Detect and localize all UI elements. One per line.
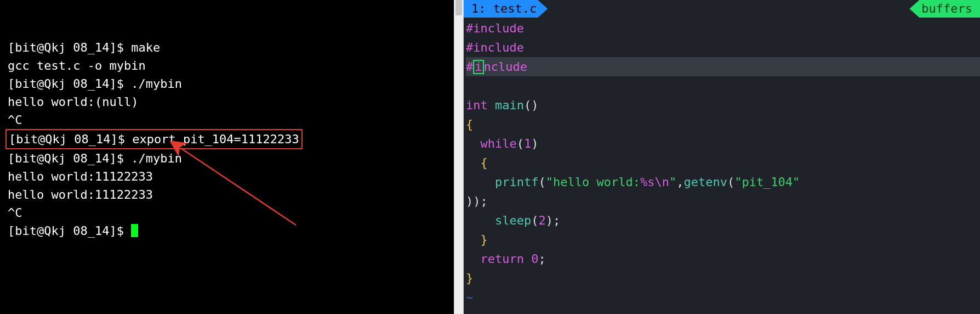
terminal-cursor: [131, 224, 138, 237]
shell-prompt: [bit@Qkj 08_14]$: [8, 77, 131, 91]
code-line: sleep(2);: [466, 211, 980, 230]
code-line: }: [466, 230, 980, 249]
terminal-command-line: [bit@Qkj 08_14]$ ./mybin: [8, 75, 454, 93]
code-line: {: [466, 115, 980, 134]
buffers-label: buffers: [921, 2, 972, 15]
terminal-command-line: [bit@Qkj 08_14]$ export pit_104=11122233: [8, 129, 454, 149]
terminal-scrollbar[interactable]: [454, 0, 464, 314]
highlighted-command: [bit@Qkj 08_14]$ export pit_104=11122233: [5, 129, 303, 149]
code-body[interactable]: #include #include #include int main(){ w…: [464, 18, 980, 307]
tab-label: 1: test.c: [471, 2, 537, 15]
terminal-command-line: [bit@Qkj 08_14]$ make: [8, 38, 454, 57]
terminal-output-line: gcc test.c -o mybin: [8, 57, 454, 75]
root: [bit@Qkj 08_14]$ makegcc test.c -o mybin…: [0, 0, 980, 314]
editor-pane[interactable]: 1: test.c buffers #include #include #inc…: [464, 0, 980, 314]
buffers-badge[interactable]: buffers: [909, 0, 980, 18]
terminal-command-line: [bit@Qkj 08_14]$ ./mybin: [8, 149, 454, 167]
code-line: int main(): [466, 96, 980, 115]
terminal-output-line: ^C: [8, 204, 454, 222]
code-line: }: [466, 268, 980, 288]
terminal-output-line: hello world:11122233: [8, 167, 454, 186]
scrollbar-thumb[interactable]: [455, 0, 462, 15]
code-line: return 0;: [466, 249, 980, 268]
shell-prompt: [bit@Qkj 08_14]$: [9, 132, 132, 146]
shell-prompt: [bit@Qkj 08_14]$: [8, 224, 131, 238]
editor-cursor: i: [473, 60, 483, 74]
code-line: #include: [466, 38, 980, 57]
code-line: while(1): [466, 134, 980, 153]
code-line: #include: [466, 57, 980, 76]
terminal-command-line: [bit@Qkj 08_14]$: [8, 222, 454, 240]
empty-line-tilde: ~: [466, 288, 980, 307]
code-line: [466, 76, 980, 96]
shell-prompt: [bit@Qkj 08_14]$: [8, 152, 131, 165]
tab-bar: 1: test.c buffers: [464, 0, 980, 18]
terminal-output-line: ^C: [8, 111, 454, 129]
terminal-output-line: hello world:(null): [8, 93, 454, 111]
code-line: {: [466, 153, 980, 172]
tab-test-c[interactable]: 1: test.c: [464, 0, 548, 18]
terminal-pane[interactable]: [bit@Qkj 08_14]$ makegcc test.c -o mybin…: [0, 0, 454, 314]
code-line: printf("hello world:%s\n",getenv("pit_10…: [466, 172, 980, 192]
shell-prompt: [bit@Qkj 08_14]$: [8, 41, 131, 54]
code-line: ));: [466, 192, 980, 211]
terminal-output-line: hello world:11122233: [8, 186, 454, 204]
code-line: #include: [466, 19, 980, 38]
